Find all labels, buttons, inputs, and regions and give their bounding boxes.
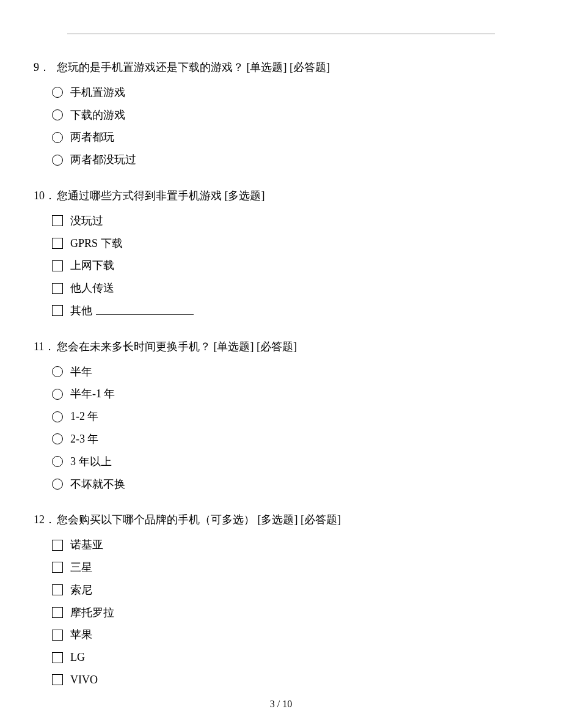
option-label: 3 年以上 [70,453,112,471]
option-label: 摩托罗拉 [70,604,114,622]
question-text: 您玩的是手机置游戏还是下载的游戏？ [单选题] [必答题] [57,59,330,76]
option-label: GPRS 下载 [70,235,123,252]
option-label: 苹果 [70,626,92,644]
checkbox-icon[interactable] [52,584,63,595]
option[interactable]: 2-3 年 [52,430,528,448]
checkbox-icon[interactable] [52,674,63,685]
radio-icon[interactable] [52,389,63,400]
question: 9．您玩的是手机置游戏还是下载的游戏？ [单选题] [必答题]手机置游戏下载的游… [34,59,528,169]
question-header: 11． 您会在未来多长时间更换手机？ [单选题] [必答题] [34,338,528,356]
radio-icon[interactable] [52,433,63,444]
option[interactable]: 上网下载 [52,257,528,274]
option-label: 没玩过 [70,212,103,230]
option-label: 下载的游戏 [70,106,125,124]
option[interactable]: 1-2 年 [52,408,528,425]
header-divider [67,34,495,34]
option[interactable]: 摩托罗拉 [52,604,528,622]
checkbox-icon[interactable] [52,305,63,316]
option-label: 半年-1 年 [70,385,115,403]
option[interactable]: 诺基亚 [52,536,528,554]
option-label: 诺基亚 [70,536,103,554]
question-number: 9． [34,59,57,76]
option[interactable]: 手机置游戏 [52,84,528,101]
option[interactable]: 苹果 [52,626,528,644]
option[interactable]: 两者都玩 [52,128,528,146]
question: 12． 您会购买以下哪个品牌的手机（可多选） [多选题] [必答题]诺基亚三星索… [34,511,528,688]
checkbox-icon[interactable] [52,215,63,226]
option-list: 没玩过GPRS 下载上网下载他人传送其他 [34,212,528,320]
checkbox-icon[interactable] [52,260,63,271]
radio-icon[interactable] [52,87,63,98]
option-label: 上网下载 [70,257,114,274]
page-number: 3 / 10 [0,699,562,710]
radio-icon[interactable] [52,411,63,422]
option-label: 2-3 年 [70,430,99,448]
option[interactable]: 两者都没玩过 [52,151,528,169]
question-number: 10． [34,187,57,205]
checkbox-icon[interactable] [52,630,63,641]
option[interactable]: 半年 [52,363,528,381]
option[interactable]: 他人传送 [52,279,528,297]
option-label: 他人传送 [70,279,114,297]
option-label: 1-2 年 [70,408,99,425]
radio-icon[interactable] [52,479,63,490]
question-text: 您通过哪些方式得到非置手机游戏 [多选题] [57,187,265,205]
option-label: 索尼 [70,581,92,599]
checkbox-icon[interactable] [52,652,63,663]
option-list: 手机置游戏下载的游戏两者都玩两者都没玩过 [34,84,528,169]
option[interactable]: 下载的游戏 [52,106,528,124]
radio-icon[interactable] [52,366,63,377]
option[interactable]: 没玩过 [52,212,528,230]
option[interactable]: 半年-1 年 [52,385,528,403]
option[interactable]: 3 年以上 [52,453,528,471]
option[interactable]: LG [52,649,528,666]
option-label: 手机置游戏 [70,84,125,101]
option-label: 两者都没玩过 [70,151,136,169]
question-list: 9．您玩的是手机置游戏还是下载的游戏？ [单选题] [必答题]手机置游戏下载的游… [34,59,528,689]
option-label: 三星 [70,559,92,576]
option-label: 两者都玩 [70,128,114,146]
radio-icon[interactable] [52,109,63,120]
checkbox-icon[interactable] [52,238,63,249]
question-header: 10． 您通过哪些方式得到非置手机游戏 [多选题] [34,187,528,205]
checkbox-icon[interactable] [52,607,63,618]
option[interactable]: 索尼 [52,581,528,599]
option-list: 半年半年-1 年1-2 年2-3 年3 年以上不坏就不换 [34,363,528,493]
option-label: 半年 [70,363,92,381]
checkbox-icon[interactable] [52,540,63,551]
option-label: VIVO [70,671,98,689]
fillin-line[interactable] [96,306,194,315]
question-number: 12． [34,511,57,529]
option[interactable]: 其他 [52,302,528,320]
option-list: 诺基亚三星索尼摩托罗拉苹果LGVIVO [34,536,528,689]
question-number: 11． [34,338,57,356]
question-header: 12． 您会购买以下哪个品牌的手机（可多选） [多选题] [必答题] [34,511,528,529]
question-text: 您会在未来多长时间更换手机？ [单选题] [必答题] [57,338,297,356]
option-label: LG [70,649,85,666]
checkbox-icon[interactable] [52,562,63,573]
option[interactable]: 不坏就不换 [52,476,528,493]
radio-icon[interactable] [52,155,63,166]
checkbox-icon[interactable] [52,283,63,294]
radio-icon[interactable] [52,456,63,467]
radio-icon[interactable] [52,132,63,143]
question: 11． 您会在未来多长时间更换手机？ [单选题] [必答题]半年半年-1 年1-… [34,338,528,493]
option-label: 不坏就不换 [70,476,125,493]
option-label: 其他 [70,302,92,320]
option[interactable]: GPRS 下载 [52,235,528,252]
option[interactable]: VIVO [52,671,528,689]
question-header: 9．您玩的是手机置游戏还是下载的游戏？ [单选题] [必答题] [34,59,528,76]
question: 10． 您通过哪些方式得到非置手机游戏 [多选题]没玩过GPRS 下载上网下载他… [34,187,528,320]
option[interactable]: 三星 [52,559,528,576]
question-text: 您会购买以下哪个品牌的手机（可多选） [多选题] [必答题] [57,511,341,529]
